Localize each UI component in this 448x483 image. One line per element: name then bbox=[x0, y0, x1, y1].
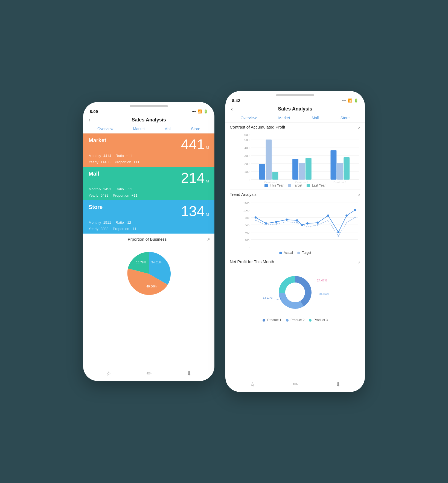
dot-actual-1 bbox=[255, 216, 257, 219]
target-line bbox=[256, 217, 355, 236]
store-ratio-val: -12 bbox=[126, 220, 131, 225]
svg-line-36 bbox=[276, 298, 281, 300]
expand-icon-donut[interactable]: ↗ bbox=[357, 260, 360, 265]
mall-yearly-lbl: Yearly bbox=[89, 193, 98, 197]
battery-icon: 🔋 bbox=[203, 109, 208, 114]
svg-text:400: 400 bbox=[245, 146, 249, 150]
market-proportion-val: +11 bbox=[133, 160, 139, 164]
svg-text:15-12: 15-12 bbox=[314, 249, 321, 250]
store-proportion-lbl: Proportion bbox=[113, 227, 129, 231]
download-icon-right[interactable]: ⬇ bbox=[336, 381, 341, 388]
svg-text:15-08: 15-08 bbox=[273, 249, 280, 250]
line-chart-title: Trend Analysis bbox=[230, 192, 257, 197]
tab-store-left[interactable]: Store bbox=[189, 126, 202, 133]
legend-product3: Product 3 bbox=[309, 318, 328, 322]
tab-overview-left[interactable]: Overview bbox=[95, 126, 115, 133]
edit-icon-left[interactable]: ✏ bbox=[147, 370, 152, 377]
svg-text:100: 100 bbox=[245, 170, 249, 173]
xlabel-p2: Product 2 bbox=[295, 181, 308, 182]
tab-mall-left[interactable]: Mall bbox=[162, 126, 174, 133]
donut-section: Net Profit for This Month ↗ bbox=[225, 257, 365, 324]
status-bar-left: 8:09 ···· 📶 🔋 bbox=[83, 107, 214, 115]
donut-p3-pct: 24.47% bbox=[317, 279, 327, 282]
expand-icon-bar[interactable]: ↗ bbox=[357, 126, 360, 130]
expand-icon-line[interactable]: ↗ bbox=[357, 193, 360, 197]
mall-ratio-lbl: Ratio bbox=[115, 187, 124, 191]
dot-actual-11 bbox=[345, 214, 348, 217]
dot-target-6 bbox=[354, 217, 356, 218]
market-card: Market 441 M Monthly 4414 Ratio +11 bbox=[83, 133, 214, 167]
dot-target-4 bbox=[317, 224, 319, 226]
store-yearly-val: 3988 bbox=[101, 227, 109, 231]
tab-overview-right[interactable]: Overview bbox=[238, 115, 259, 122]
legend-target-line: Target bbox=[297, 251, 311, 255]
market-label: Market bbox=[89, 137, 106, 144]
market-monthly-lbl: Monthly bbox=[89, 154, 101, 158]
dot-actual-5 bbox=[296, 219, 298, 222]
bar-p1-lastyear bbox=[272, 172, 278, 180]
page-title-left: Sales Analysis bbox=[132, 117, 166, 123]
market-ratio-val: +11 bbox=[126, 154, 132, 158]
battery-icon-right: 🔋 bbox=[354, 98, 358, 103]
mall-label: Mall bbox=[89, 171, 99, 177]
back-button-right[interactable]: ‹ bbox=[231, 106, 233, 112]
svg-text:500: 500 bbox=[245, 138, 249, 142]
tab-market-left[interactable]: Market bbox=[131, 126, 147, 133]
pie-section: Prportion of Business ↗ bbox=[83, 234, 214, 307]
market-monthly-val: 4414 bbox=[103, 154, 111, 158]
bar-p1-target bbox=[266, 139, 272, 179]
page-title-right: Sales Analysis bbox=[278, 106, 312, 112]
back-button-left[interactable]: ‹ bbox=[89, 117, 91, 123]
pie-store-pct: 48.60% bbox=[146, 285, 157, 288]
tab-market-right[interactable]: Market bbox=[276, 115, 292, 122]
dot-target-5 bbox=[338, 235, 339, 237]
dot-actual-9 bbox=[327, 214, 329, 217]
store-monthly-lbl: Monthly bbox=[89, 220, 101, 225]
svg-text:15-06: 15-06 bbox=[252, 249, 259, 250]
bar-p1-thisyear bbox=[259, 164, 265, 180]
store-yearly-lbl: Yearly bbox=[89, 227, 98, 231]
wifi-icon-right: 📶 bbox=[348, 98, 352, 103]
store-label: Store bbox=[89, 204, 103, 210]
tabs-left: Overview Market Mall Store bbox=[83, 124, 214, 133]
dot-actual-4 bbox=[286, 219, 288, 221]
svg-text:400: 400 bbox=[245, 231, 249, 234]
wifi-icon: 📶 bbox=[197, 109, 202, 114]
bar-p3-lastyear bbox=[344, 157, 350, 180]
market-value: 441 bbox=[181, 137, 205, 152]
store-monthly-val: 1511 bbox=[103, 220, 111, 225]
tab-mall-right[interactable]: Mall bbox=[310, 115, 321, 122]
svg-text:800: 800 bbox=[245, 216, 249, 219]
bar-p2-target bbox=[299, 163, 305, 180]
bar-chart-section: Contrast of Accumulated Profit ↗ 0 100 2… bbox=[225, 123, 365, 190]
expand-icon-pie[interactable]: ↗ bbox=[207, 237, 210, 242]
donut-chart: 24.47% 34.04% 41.49% bbox=[230, 268, 360, 317]
edit-icon-right[interactable]: ✏ bbox=[293, 381, 298, 388]
legend-last-year: Last Year bbox=[307, 184, 325, 187]
market-yearly-val: 11456 bbox=[101, 160, 110, 164]
svg-text:600: 600 bbox=[245, 133, 249, 136]
download-icon-left[interactable]: ⬇ bbox=[187, 370, 191, 377]
header-left: ‹ Sales Analysis bbox=[83, 115, 214, 124]
status-icons-left: ···· 📶 🔋 bbox=[192, 109, 208, 114]
mall-proportion-val: +11 bbox=[132, 193, 138, 197]
legend-target: Target bbox=[288, 184, 302, 187]
line-legend: Actual Target bbox=[230, 251, 360, 255]
mall-monthly-lbl: Monthly bbox=[89, 187, 101, 191]
dot-actual-12 bbox=[354, 209, 356, 211]
svg-text:16-04: 16-04 bbox=[351, 249, 359, 250]
dot-actual-10 bbox=[337, 231, 339, 233]
star-icon-right[interactable]: ☆ bbox=[250, 381, 255, 388]
legend-this-year: This Year bbox=[264, 184, 283, 187]
signal-icon: ···· bbox=[192, 109, 196, 114]
store-unit: M bbox=[206, 212, 209, 217]
star-icon-left[interactable]: ☆ bbox=[106, 370, 112, 377]
svg-text:300: 300 bbox=[245, 154, 249, 158]
svg-text:1000: 1000 bbox=[243, 209, 250, 212]
tab-store-right[interactable]: Store bbox=[338, 115, 352, 122]
status-icons-right: ···· 📶 🔋 bbox=[342, 98, 358, 103]
mall-value: 214 bbox=[181, 171, 205, 185]
bar-p2-lastyear bbox=[306, 158, 312, 180]
status-bar-right: 8:42 ···· 📶 🔋 bbox=[225, 96, 365, 104]
legend-product1: Product 1 bbox=[263, 318, 281, 322]
